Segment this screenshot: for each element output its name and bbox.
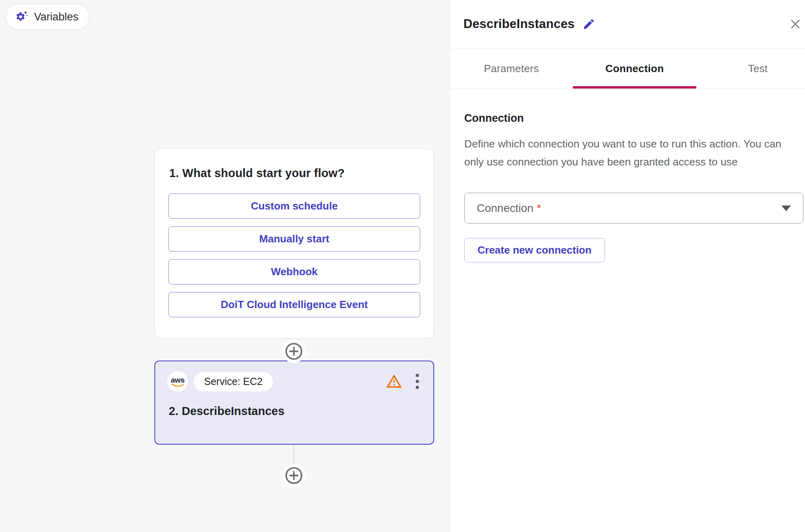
panel-title: DescribeInstances <box>463 17 574 31</box>
kebab-menu-icon[interactable] <box>413 372 421 391</box>
gear-sparkle-icon <box>15 10 28 24</box>
variables-button[interactable]: Variables <box>6 4 89 30</box>
node-config-panel: DescribeInstances Parameters Connection … <box>450 0 805 532</box>
connection-description: Define which connection you want to use … <box>464 135 790 171</box>
trigger-option-doit-cloud-intelligence-event[interactable]: DoiT Cloud Intelligence Event <box>168 292 420 317</box>
required-marker: * <box>537 202 541 215</box>
tab-parameters[interactable]: Parameters <box>450 48 573 89</box>
connection-select-label: Connection <box>477 202 534 215</box>
node-header-row: aws Service: EC2 <box>167 371 423 392</box>
panel-header: DescribeInstances <box>450 0 805 48</box>
plus-circle-icon <box>284 342 303 361</box>
trigger-option-custom-schedule[interactable]: Custom schedule <box>168 193 420 219</box>
connector-line <box>293 445 294 466</box>
trigger-option-manually-start[interactable]: Manually start <box>168 226 420 252</box>
trigger-card-title: 1. What should start your flow? <box>169 167 420 180</box>
chevron-down-icon <box>781 206 791 211</box>
variables-button-label: Variables <box>34 11 79 23</box>
node-title: 2. DescribeInstances <box>169 405 423 418</box>
panel-tabs: Parameters Connection Test <box>450 48 805 89</box>
connection-section: Connection Define which connection you w… <box>450 89 805 262</box>
aws-logo-icon: aws <box>167 371 188 392</box>
warning-triangle-icon <box>385 373 403 390</box>
trigger-option-webhook[interactable]: Webhook <box>168 259 420 284</box>
tab-test[interactable]: Test <box>696 48 805 89</box>
flow-canvas: Variables 1. What should start your flow… <box>0 0 450 532</box>
service-chip: Service: EC2 <box>194 372 273 391</box>
connection-select[interactable]: Connection * <box>464 193 803 224</box>
add-step-button-bottom[interactable] <box>282 464 305 487</box>
connection-heading: Connection <box>464 112 803 125</box>
close-icon[interactable] <box>787 15 804 33</box>
add-step-button[interactable] <box>282 340 305 363</box>
flow-node-describeinstances[interactable]: aws Service: EC2 2. DescribeInstances <box>154 361 434 445</box>
tab-connection[interactable]: Connection <box>573 48 696 89</box>
pencil-icon[interactable] <box>583 18 595 30</box>
plus-circle-icon <box>284 466 303 485</box>
trigger-card: 1. What should start your flow? Custom s… <box>154 149 434 339</box>
create-new-connection-button[interactable]: Create new connection <box>464 238 605 262</box>
